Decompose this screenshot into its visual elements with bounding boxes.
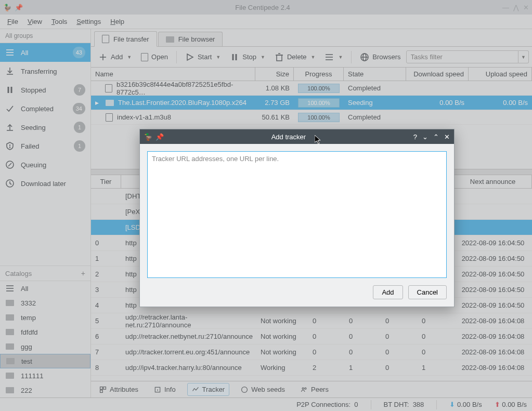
chevron-down-icon[interactable]: ⌄ [422, 133, 428, 141]
tracker-url-input[interactable] [147, 151, 447, 278]
cancel-button[interactable]: Cancel [408, 285, 447, 299]
add-tracker-dialog: 🦆 📌 Add tracker ? ⌄ ⌃ ✕ Add Cancel [139, 129, 455, 307]
dialog-title: Add tracker [164, 133, 413, 141]
pin-icon[interactable]: 📌 [155, 133, 164, 141]
chevron-up-icon[interactable]: ⌃ [433, 133, 439, 141]
close-icon[interactable]: ✕ [444, 133, 450, 141]
help-icon[interactable]: ? [413, 133, 417, 141]
app-icon: 🦆 [144, 133, 152, 141]
add-button[interactable]: Add [373, 285, 403, 299]
